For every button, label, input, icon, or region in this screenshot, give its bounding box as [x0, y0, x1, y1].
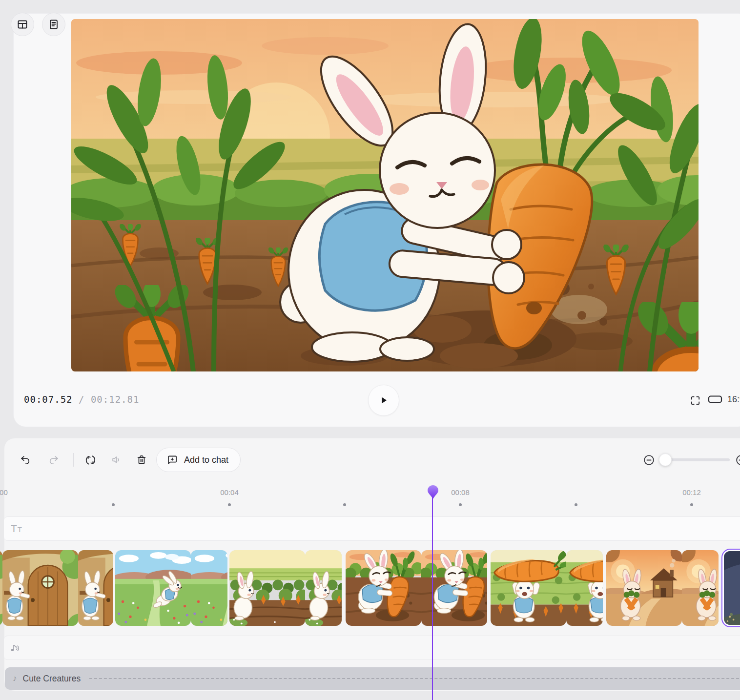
undo-icon [20, 454, 31, 465]
grid-view-button[interactable] [11, 13, 34, 36]
redo-button[interactable] [44, 450, 63, 470]
ruler-dot [459, 503, 462, 506]
clip-thumbnail [491, 550, 566, 626]
clip-thumbnail [115, 550, 191, 626]
play-button[interactable] [368, 385, 399, 416]
music-track[interactable]: ♪ Cute Creatures [5, 667, 740, 690]
text-track[interactable]: Tt [4, 516, 740, 541]
redo-icon [48, 454, 59, 465]
timeline-ruler[interactable]: 00:00 00:04 00:08 00:12 [0, 486, 740, 513]
current-time: 00:07.52 [24, 394, 73, 405]
clip-thumbnail [305, 550, 342, 626]
timeline-clip-7-selected[interactable] [721, 549, 740, 627]
grid-icon [17, 19, 28, 30]
undo-button[interactable] [16, 450, 35, 470]
timeline-zoom-slider[interactable] [660, 458, 730, 461]
add-to-chat-label: Add to chat [184, 455, 228, 465]
clip-thumbnail [78, 550, 113, 626]
music-note-icon: ♪ [13, 674, 17, 683]
preview-scene [71, 19, 699, 371]
app: 00:07.52 / 00:12.81 16:9 [0, 0, 740, 700]
ruler-dot [228, 503, 231, 506]
ruler-dot [575, 503, 577, 506]
chat-sparkle-icon [166, 454, 178, 466]
timeline-clip-1[interactable] [0, 550, 113, 626]
fullscreen-icon [690, 395, 701, 406]
ruler-label-0s: 00:00 [0, 488, 16, 496]
delete-button[interactable] [132, 450, 151, 470]
zoom-out-button[interactable] [643, 454, 655, 466]
clip-thumbnail [421, 550, 487, 626]
music-track-title: Cute Creatures [23, 674, 81, 684]
ruler-label-4s: 00:04 [212, 488, 247, 496]
add-to-chat-button[interactable]: Add to chat [156, 448, 241, 472]
zoom-in-button[interactable] [735, 454, 740, 466]
music-track-dashed-line [89, 678, 740, 679]
fullscreen-button[interactable] [686, 391, 704, 409]
sound-effects-track[interactable] [4, 636, 740, 660]
zoom-in-icon [735, 454, 740, 466]
clip-thumbnail [682, 550, 719, 626]
zoom-out-icon [643, 454, 655, 466]
trash-icon [136, 454, 147, 465]
volume-button[interactable] [106, 450, 126, 470]
timeline-clip-6[interactable] [606, 550, 719, 626]
playhead-handle[interactable] [428, 485, 438, 499]
clip-thumbnail [2, 550, 78, 626]
time-display: 00:07.52 / 00:12.81 [24, 394, 139, 405]
timeline-clip-5[interactable] [491, 550, 603, 626]
clip-thumbnail [724, 551, 740, 625]
aspect-ratio-label: 16:9 [727, 394, 740, 405]
play-icon [379, 395, 389, 405]
text-track-icon: Tt [11, 523, 22, 535]
aspect-ratio-icon [708, 394, 722, 405]
clip-thumbnail [229, 550, 305, 626]
ruler-label-8s: 00:08 [443, 488, 477, 496]
regenerate-icon [85, 454, 96, 466]
timeline-clip-4[interactable] [346, 550, 487, 626]
toolbar-divider [73, 453, 74, 467]
clip-thumbnail [606, 550, 682, 626]
clip-thumbnail [346, 550, 421, 626]
clip-thumbnail [191, 550, 227, 626]
volume-icon [111, 454, 122, 465]
aspect-ratio-control[interactable]: 16:9 [708, 394, 740, 405]
video-preview-panel: 00:07.52 / 00:12.81 16:9 [13, 13, 740, 427]
timeline-clip-2[interactable] [115, 550, 227, 626]
ruler-dot [343, 503, 346, 506]
ruler-dot [690, 503, 693, 506]
duration: 00:12.81 [91, 394, 140, 405]
video-preview[interactable] [71, 19, 699, 371]
sound-track-icon [10, 642, 21, 653]
clip-thumbnail [566, 550, 603, 626]
ruler-dot [112, 503, 115, 506]
timeline-clip-3[interactable] [229, 550, 342, 626]
ruler-label-12s: 00:12 [675, 488, 709, 496]
time-separator: / [79, 394, 91, 405]
zoom-slider-handle[interactable] [659, 453, 672, 466]
script-view-button[interactable] [42, 13, 65, 36]
document-icon [48, 19, 60, 30]
regenerate-button[interactable] [81, 450, 100, 470]
playhead-line [432, 495, 433, 700]
